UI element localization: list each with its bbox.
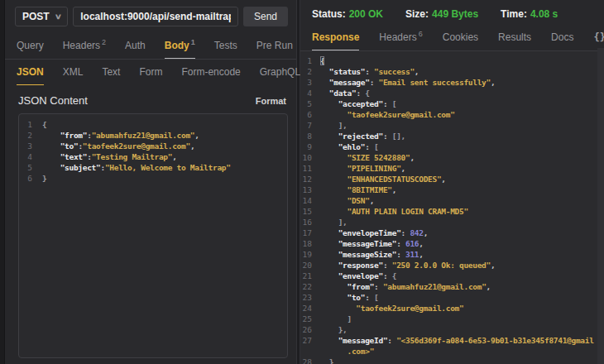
method-label: POST <box>22 11 50 22</box>
code-text: "SIZE 5242880", <box>320 152 415 163</box>
line-number: 21 <box>300 271 320 281</box>
line-number: 6 <box>300 109 320 120</box>
response-scrollbar[interactable] <box>597 48 604 364</box>
rest-client-window: POST ∨ Send Query Headers2 Auth Body1 Te… <box>0 0 604 364</box>
method-select[interactable]: POST ∨ <box>15 7 68 26</box>
line-number: 1 <box>300 55 320 66</box>
tab-json[interactable]: JSON <box>17 66 44 78</box>
response-tabs: Response Headers6 Cookies Results Docs {… <box>300 23 604 51</box>
format-button[interactable]: Format <box>256 96 286 106</box>
response-editor[interactable]: 1{2 "status": "success",3 "message": "Em… <box>300 51 604 364</box>
line-number: 7 <box>300 120 320 131</box>
size-badge: Size:449 Bytes <box>405 8 478 20</box>
line-number: 19 <box>300 249 320 260</box>
code-line: 5 "accepted": [ <box>300 98 604 109</box>
tab-text[interactable]: Text <box>102 66 120 78</box>
code-line: 20 "response": "250 2.0.0 Ok: queued", <box>300 260 604 271</box>
line-number: 14 <box>300 195 320 206</box>
tab-headers[interactable]: Headers2 <box>63 38 106 51</box>
tab-results[interactable]: Results <box>498 31 531 43</box>
braces-icon[interactable]: {} <box>593 31 604 43</box>
line-number: 26 <box>300 324 320 335</box>
code-text: ], <box>320 120 348 131</box>
code-line: 7 ], <box>300 120 604 131</box>
code-line: 1{ <box>19 119 287 130</box>
code-text: "8BITMIME", <box>320 184 396 195</box>
code-text: "messageId": "<356d369f-a084-6e53-9b01-b… <box>320 335 594 346</box>
code-text: { <box>42 119 46 130</box>
code-line: 25 ] <box>300 314 604 324</box>
body-type-tabs: JSON XML Text Form Form-encode GraphQL B… <box>5 60 296 85</box>
chevron-down-icon: ∨ <box>54 12 61 21</box>
code-text: }, <box>320 324 348 335</box>
code-text: "taofeek2sure@gmail.com" <box>320 109 455 120</box>
code-line: 6} <box>19 173 287 184</box>
tab-form[interactable]: Form <box>139 66 162 78</box>
code-line: 11 "PIPELINING", <box>300 163 604 174</box>
tab-cookies[interactable]: Cookies <box>443 31 478 43</box>
time-badge: Time:4.08 s <box>501 8 558 20</box>
headers-count-badge: 2 <box>102 38 106 46</box>
line-number: 15 <box>300 206 320 217</box>
line-number: 28 <box>300 357 320 364</box>
code-text: "DSN", <box>320 195 374 206</box>
code-line: 4 "text":"Testing Mailtrap", <box>19 151 287 162</box>
code-line: 21 "envelope": { <box>300 271 604 281</box>
line-number: 25 <box>300 314 320 324</box>
code-line: 5 "subject":"Hello, Welcome to Mailtrap" <box>19 162 287 173</box>
status-badge: Status:200 OK <box>312 8 383 20</box>
code-text: "envelope": { <box>320 271 396 281</box>
code-text: "to": [ <box>320 292 378 303</box>
send-button[interactable]: Send <box>243 7 288 26</box>
request-tabs: Query Headers2 Auth Body1 Tests Pre Run <box>5 31 296 60</box>
code-line: 15 "AUTH PLAIN LOGIN CRAM-MD5" <box>300 206 604 217</box>
tab-xml[interactable]: XML <box>63 66 84 78</box>
tab-response-headers[interactable]: Headers6 <box>379 30 422 43</box>
code-text: } <box>320 357 333 364</box>
tab-body[interactable]: Body1 <box>165 38 195 51</box>
code-line: 9 "ehlo": [ <box>300 141 604 152</box>
request-bar: POST ∨ Send <box>5 0 296 31</box>
tab-form-encode[interactable]: Form-encode <box>181 66 240 78</box>
tab-query[interactable]: Query <box>17 40 44 51</box>
code-text: "message": "Email sent successfully", <box>320 77 495 88</box>
code-line: 24 "taofeek2sure@gmail.com" <box>300 303 604 314</box>
code-line: 27 "messageId": "<356d369f-a084-6e53-9b0… <box>300 335 604 346</box>
request-body-editor[interactable]: 1{2 "from":"abumahfuz21@gmail.com",3 "to… <box>18 113 288 358</box>
response-panel: Status:200 OK Size:449 Bytes Time:4.08 s… <box>300 0 604 364</box>
line-number: 23 <box>300 292 320 303</box>
body-count-badge: 1 <box>191 38 195 46</box>
code-text: "text":"Testing Mailtrap", <box>42 151 177 162</box>
tab-tests[interactable]: Tests <box>214 40 237 51</box>
json-content-header: JSON Content Format <box>5 85 296 113</box>
code-text: "PIPELINING", <box>320 163 405 174</box>
code-line: 16 ], <box>300 217 604 228</box>
line-number: 24 <box>300 303 320 314</box>
code-text: "rejected": [], <box>320 131 405 141</box>
tab-auth[interactable]: Auth <box>125 40 146 51</box>
code-text: "taofeek2sure@gmail.com" <box>320 303 463 314</box>
line-number: 5 <box>300 98 320 109</box>
url-input[interactable] <box>73 7 238 26</box>
line-number: 2 <box>19 130 42 141</box>
code-line: 8 "rejected": [], <box>300 131 604 141</box>
line-number: 18 <box>300 238 320 249</box>
line-number: 1 <box>19 119 42 130</box>
line-number: 17 <box>300 228 320 238</box>
tab-response[interactable]: Response <box>312 31 359 43</box>
response-headers-count-badge: 6 <box>419 30 423 38</box>
line-number: 12 <box>300 174 320 184</box>
line-number: 8 <box>300 131 320 141</box>
tab-pre-run[interactable]: Pre Run <box>256 40 293 51</box>
code-text: "response": "250 2.0.0 Ok: queued", <box>320 260 495 271</box>
code-line: 22 "from": "abumahfuz21@gmail.com", <box>300 281 604 292</box>
tab-graphql[interactable]: GraphQL <box>260 66 300 78</box>
code-text: "to":"taofeek2sure@gmail.com", <box>42 141 194 151</box>
line-number: 6 <box>19 173 42 184</box>
code-line: 3 "to":"taofeek2sure@gmail.com", <box>19 141 287 151</box>
code-text: "from": "abumahfuz21@gmail.com", <box>320 281 491 292</box>
code-text: .com>" <box>320 346 374 357</box>
line-number: 3 <box>19 141 42 151</box>
code-line: 3 "message": "Email sent successfully", <box>300 77 604 88</box>
tab-docs[interactable]: Docs <box>551 31 573 43</box>
